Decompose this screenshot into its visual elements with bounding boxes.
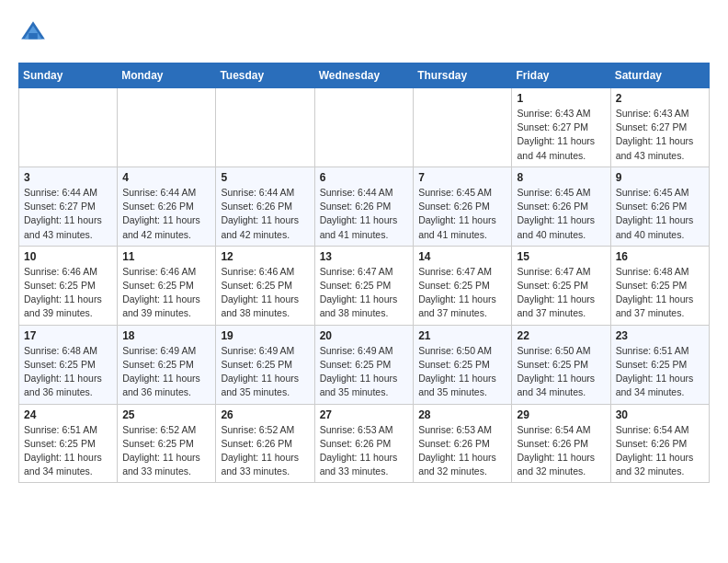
- calendar-header-tuesday: Tuesday: [216, 63, 314, 88]
- day-number: 16: [616, 250, 704, 263]
- day-info: Sunrise: 6:53 AM Sunset: 6:26 PM Dayligh…: [320, 423, 409, 479]
- calendar-header-saturday: Saturday: [610, 63, 709, 88]
- day-number: 15: [517, 250, 605, 263]
- day-info: Sunrise: 6:53 AM Sunset: 6:26 PM Dayligh…: [418, 423, 506, 479]
- calendar-cell: [414, 88, 512, 167]
- day-info: Sunrise: 6:48 AM Sunset: 6:25 PM Dayligh…: [24, 344, 112, 400]
- day-info: Sunrise: 6:49 AM Sunset: 6:25 PM Dayligh…: [221, 344, 309, 400]
- day-info: Sunrise: 6:54 AM Sunset: 6:26 PM Dayligh…: [517, 423, 605, 479]
- calendar-cell: 13Sunrise: 6:47 AM Sunset: 6:25 PM Dayli…: [314, 246, 414, 325]
- calendar-week-row: 3Sunrise: 6:44 AM Sunset: 6:27 PM Daylig…: [19, 167, 710, 246]
- calendar-cell: 23Sunrise: 6:51 AM Sunset: 6:25 PM Dayli…: [610, 325, 709, 404]
- day-number: 14: [418, 250, 506, 263]
- calendar-cell: 26Sunrise: 6:52 AM Sunset: 6:26 PM Dayli…: [216, 404, 314, 483]
- day-info: Sunrise: 6:51 AM Sunset: 6:25 PM Dayligh…: [616, 344, 704, 400]
- calendar-cell: 24Sunrise: 6:51 AM Sunset: 6:25 PM Dayli…: [19, 404, 118, 483]
- calendar-cell: 30Sunrise: 6:54 AM Sunset: 6:26 PM Dayli…: [610, 404, 709, 483]
- calendar-header-sunday: Sunday: [19, 63, 118, 88]
- day-number: 26: [221, 408, 309, 421]
- day-info: Sunrise: 6:45 AM Sunset: 6:26 PM Dayligh…: [517, 186, 605, 242]
- day-info: Sunrise: 6:45 AM Sunset: 6:26 PM Dayligh…: [418, 186, 506, 242]
- calendar-header-row: SundayMondayTuesdayWednesdayThursdayFrid…: [19, 63, 710, 88]
- calendar-week-row: 1Sunrise: 6:43 AM Sunset: 6:27 PM Daylig…: [19, 88, 710, 167]
- day-info: Sunrise: 6:43 AM Sunset: 6:27 PM Dayligh…: [616, 107, 704, 163]
- day-info: Sunrise: 6:46 AM Sunset: 6:25 PM Dayligh…: [122, 265, 210, 321]
- day-number: 23: [616, 329, 704, 342]
- day-info: Sunrise: 6:44 AM Sunset: 6:26 PM Dayligh…: [320, 186, 409, 242]
- day-info: Sunrise: 6:52 AM Sunset: 6:26 PM Dayligh…: [221, 423, 309, 479]
- day-number: 2: [616, 92, 704, 105]
- calendar-cell: [19, 88, 118, 167]
- day-number: 18: [122, 329, 210, 342]
- calendar-header-friday: Friday: [512, 63, 610, 88]
- calendar-week-row: 24Sunrise: 6:51 AM Sunset: 6:25 PM Dayli…: [19, 404, 710, 483]
- day-number: 4: [122, 171, 210, 184]
- day-info: Sunrise: 6:45 AM Sunset: 6:26 PM Dayligh…: [616, 186, 704, 242]
- day-number: 12: [221, 250, 309, 263]
- calendar-cell: 25Sunrise: 6:52 AM Sunset: 6:25 PM Dayli…: [118, 404, 216, 483]
- day-info: Sunrise: 6:43 AM Sunset: 6:27 PM Dayligh…: [517, 107, 605, 163]
- calendar-cell: 14Sunrise: 6:47 AM Sunset: 6:25 PM Dayli…: [414, 246, 512, 325]
- day-number: 9: [616, 171, 704, 184]
- day-number: 10: [24, 250, 112, 263]
- calendar-cell: 7Sunrise: 6:45 AM Sunset: 6:26 PM Daylig…: [414, 167, 512, 246]
- calendar-week-row: 17Sunrise: 6:48 AM Sunset: 6:25 PM Dayli…: [19, 325, 710, 404]
- calendar-header-thursday: Thursday: [414, 63, 512, 88]
- day-number: 22: [517, 329, 605, 342]
- day-number: 6: [320, 171, 409, 184]
- calendar-cell: 3Sunrise: 6:44 AM Sunset: 6:27 PM Daylig…: [19, 167, 118, 246]
- day-info: Sunrise: 6:47 AM Sunset: 6:25 PM Dayligh…: [517, 265, 605, 321]
- calendar-cell: 16Sunrise: 6:48 AM Sunset: 6:25 PM Dayli…: [610, 246, 709, 325]
- day-number: 1: [517, 92, 605, 105]
- svg-rect-2: [28, 33, 38, 39]
- calendar-cell: 2Sunrise: 6:43 AM Sunset: 6:27 PM Daylig…: [610, 88, 709, 167]
- calendar-cell: 22Sunrise: 6:50 AM Sunset: 6:25 PM Dayli…: [512, 325, 610, 404]
- calendar-cell: 29Sunrise: 6:54 AM Sunset: 6:26 PM Dayli…: [512, 404, 610, 483]
- day-info: Sunrise: 6:50 AM Sunset: 6:25 PM Dayligh…: [418, 344, 506, 400]
- day-number: 8: [517, 171, 605, 184]
- calendar-cell: 8Sunrise: 6:45 AM Sunset: 6:26 PM Daylig…: [512, 167, 610, 246]
- day-number: 7: [418, 171, 506, 184]
- day-number: 30: [616, 408, 704, 421]
- calendar-cell: 20Sunrise: 6:49 AM Sunset: 6:25 PM Dayli…: [314, 325, 414, 404]
- day-info: Sunrise: 6:44 AM Sunset: 6:26 PM Dayligh…: [221, 186, 309, 242]
- calendar-cell: 11Sunrise: 6:46 AM Sunset: 6:25 PM Dayli…: [118, 246, 216, 325]
- day-info: Sunrise: 6:49 AM Sunset: 6:25 PM Dayligh…: [122, 344, 210, 400]
- calendar-cell: 4Sunrise: 6:44 AM Sunset: 6:26 PM Daylig…: [118, 167, 216, 246]
- calendar-week-row: 10Sunrise: 6:46 AM Sunset: 6:25 PM Dayli…: [19, 246, 710, 325]
- calendar-cell: 27Sunrise: 6:53 AM Sunset: 6:26 PM Dayli…: [314, 404, 414, 483]
- day-number: 21: [418, 329, 506, 342]
- day-number: 17: [24, 329, 112, 342]
- page-header: [18, 18, 710, 48]
- day-info: Sunrise: 6:47 AM Sunset: 6:25 PM Dayligh…: [320, 265, 409, 321]
- calendar-cell: [216, 88, 314, 167]
- logo-icon: [18, 18, 48, 48]
- day-number: 11: [122, 250, 210, 263]
- calendar-cell: 6Sunrise: 6:44 AM Sunset: 6:26 PM Daylig…: [314, 167, 414, 246]
- day-info: Sunrise: 6:44 AM Sunset: 6:27 PM Dayligh…: [24, 186, 112, 242]
- day-info: Sunrise: 6:50 AM Sunset: 6:25 PM Dayligh…: [517, 344, 605, 400]
- calendar-cell: 5Sunrise: 6:44 AM Sunset: 6:26 PM Daylig…: [216, 167, 314, 246]
- calendar-cell: 12Sunrise: 6:46 AM Sunset: 6:25 PM Dayli…: [216, 246, 314, 325]
- day-number: 3: [24, 171, 112, 184]
- day-info: Sunrise: 6:51 AM Sunset: 6:25 PM Dayligh…: [24, 423, 112, 479]
- calendar-cell: 28Sunrise: 6:53 AM Sunset: 6:26 PM Dayli…: [414, 404, 512, 483]
- day-info: Sunrise: 6:54 AM Sunset: 6:26 PM Dayligh…: [616, 423, 704, 479]
- calendar-cell: 10Sunrise: 6:46 AM Sunset: 6:25 PM Dayli…: [19, 246, 118, 325]
- day-number: 28: [418, 408, 506, 421]
- calendar-cell: 18Sunrise: 6:49 AM Sunset: 6:25 PM Dayli…: [118, 325, 216, 404]
- day-info: Sunrise: 6:48 AM Sunset: 6:25 PM Dayligh…: [616, 265, 704, 321]
- day-number: 29: [517, 408, 605, 421]
- day-info: Sunrise: 6:49 AM Sunset: 6:25 PM Dayligh…: [320, 344, 409, 400]
- day-number: 5: [221, 171, 309, 184]
- day-number: 27: [320, 408, 409, 421]
- day-info: Sunrise: 6:46 AM Sunset: 6:25 PM Dayligh…: [221, 265, 309, 321]
- logo: [18, 18, 51, 48]
- calendar-header-monday: Monday: [118, 63, 216, 88]
- calendar-cell: [314, 88, 414, 167]
- day-info: Sunrise: 6:44 AM Sunset: 6:26 PM Dayligh…: [122, 186, 210, 242]
- day-number: 13: [320, 250, 409, 263]
- day-number: 19: [221, 329, 309, 342]
- day-info: Sunrise: 6:47 AM Sunset: 6:25 PM Dayligh…: [418, 265, 506, 321]
- day-info: Sunrise: 6:46 AM Sunset: 6:25 PM Dayligh…: [24, 265, 112, 321]
